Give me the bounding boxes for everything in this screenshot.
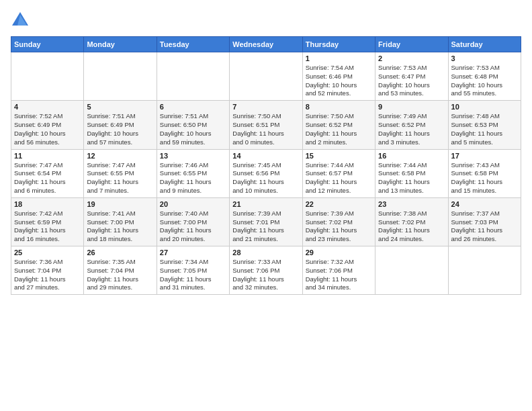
day-info: Sunrise: 7:51 AMSunset: 6:49 PMDaylight:…	[87, 112, 153, 146]
calendar-cell: 2Sunrise: 7:53 AMSunset: 6:47 PMDaylight…	[375, 52, 448, 101]
day-number: 1	[306, 54, 372, 62]
day-number: 6	[160, 103, 226, 111]
day-number: 15	[306, 152, 372, 160]
day-info: Sunrise: 7:34 AMSunset: 7:05 PMDaylight:…	[160, 258, 226, 292]
day-info: Sunrise: 7:36 AMSunset: 7:04 PMDaylight:…	[14, 258, 81, 292]
day-info: Sunrise: 7:41 AMSunset: 7:00 PMDaylight:…	[87, 210, 153, 244]
day-info: Sunrise: 7:46 AMSunset: 6:55 PMDaylight:…	[160, 161, 226, 195]
day-number: 25	[14, 248, 81, 257]
calendar-cell: 1Sunrise: 7:54 AMSunset: 6:46 PMDaylight…	[302, 52, 375, 101]
day-number: 3	[451, 54, 518, 62]
day-info: Sunrise: 7:53 AMSunset: 6:47 PMDaylight:…	[378, 64, 445, 98]
calendar-cell: 12Sunrise: 7:47 AMSunset: 6:55 PMDayligh…	[84, 149, 157, 197]
calendar-cell: 24Sunrise: 7:37 AMSunset: 7:03 PMDayligh…	[448, 197, 521, 246]
logo	[11, 11, 32, 30]
day-info: Sunrise: 7:50 AMSunset: 6:51 PMDaylight:…	[232, 112, 299, 146]
day-info: Sunrise: 7:44 AMSunset: 6:57 PMDaylight:…	[306, 161, 372, 195]
day-info: Sunrise: 7:44 AMSunset: 6:58 PMDaylight:…	[378, 161, 445, 195]
calendar-cell: 3Sunrise: 7:53 AMSunset: 6:48 PMDaylight…	[448, 52, 521, 101]
day-number: 8	[306, 103, 372, 111]
calendar-body: 1Sunrise: 7:54 AMSunset: 6:46 PMDaylight…	[11, 52, 521, 295]
day-info: Sunrise: 7:32 AMSunset: 7:06 PMDaylight:…	[306, 258, 372, 292]
calendar-cell: 8Sunrise: 7:50 AMSunset: 6:52 PMDaylight…	[302, 101, 375, 149]
day-info: Sunrise: 7:45 AMSunset: 6:56 PMDaylight:…	[232, 161, 299, 195]
day-info: Sunrise: 7:43 AMSunset: 6:58 PMDaylight:…	[451, 161, 518, 195]
week-row-2: 11Sunrise: 7:47 AMSunset: 6:54 PMDayligh…	[11, 149, 521, 197]
day-number: 21	[232, 200, 299, 208]
day-info: Sunrise: 7:49 AMSunset: 6:52 PMDaylight:…	[378, 112, 445, 146]
calendar-cell: 13Sunrise: 7:46 AMSunset: 6:55 PMDayligh…	[157, 149, 229, 197]
calendar-cell	[84, 52, 157, 101]
day-number: 11	[14, 152, 81, 160]
day-info: Sunrise: 7:42 AMSunset: 6:59 PMDaylight:…	[14, 210, 81, 244]
day-number: 10	[451, 103, 518, 111]
calendar-cell: 5Sunrise: 7:51 AMSunset: 6:49 PMDaylight…	[84, 101, 157, 149]
day-info: Sunrise: 7:39 AMSunset: 7:02 PMDaylight:…	[306, 210, 372, 244]
calendar-cell	[375, 246, 448, 295]
day-info: Sunrise: 7:50 AMSunset: 6:52 PMDaylight:…	[306, 112, 372, 146]
header-row: SundayMondayTuesdayWednesdayThursdayFrid…	[11, 37, 521, 52]
day-info: Sunrise: 7:35 AMSunset: 7:04 PMDaylight:…	[87, 258, 153, 292]
day-number: 13	[160, 152, 226, 160]
calendar-cell: 17Sunrise: 7:43 AMSunset: 6:58 PMDayligh…	[448, 149, 521, 197]
day-number: 29	[306, 248, 372, 257]
calendar-cell: 25Sunrise: 7:36 AMSunset: 7:04 PMDayligh…	[11, 246, 84, 295]
day-number: 24	[451, 200, 518, 208]
calendar-cell: 11Sunrise: 7:47 AMSunset: 6:54 PMDayligh…	[11, 149, 84, 197]
day-number: 7	[232, 103, 299, 111]
calendar-cell: 29Sunrise: 7:32 AMSunset: 7:06 PMDayligh…	[302, 246, 375, 295]
header	[11, 11, 521, 30]
calendar-cell: 19Sunrise: 7:41 AMSunset: 7:00 PMDayligh…	[84, 197, 157, 246]
day-info: Sunrise: 7:52 AMSunset: 6:49 PMDaylight:…	[14, 112, 81, 146]
calendar-cell: 9Sunrise: 7:49 AMSunset: 6:52 PMDaylight…	[375, 101, 448, 149]
calendar-header: SundayMondayTuesdayWednesdayThursdayFrid…	[11, 37, 521, 52]
calendar-cell: 14Sunrise: 7:45 AMSunset: 6:56 PMDayligh…	[230, 149, 302, 197]
header-day-friday: Friday	[375, 37, 448, 52]
week-row-1: 4Sunrise: 7:52 AMSunset: 6:49 PMDaylight…	[11, 101, 521, 149]
calendar-cell	[157, 52, 229, 101]
week-row-4: 25Sunrise: 7:36 AMSunset: 7:04 PMDayligh…	[11, 246, 521, 295]
calendar-cell: 6Sunrise: 7:51 AMSunset: 6:50 PMDaylight…	[157, 101, 229, 149]
calendar-cell: 16Sunrise: 7:44 AMSunset: 6:58 PMDayligh…	[375, 149, 448, 197]
calendar-cell	[11, 52, 84, 101]
day-number: 28	[232, 248, 299, 257]
calendar-cell: 23Sunrise: 7:38 AMSunset: 7:02 PMDayligh…	[375, 197, 448, 246]
day-number: 17	[451, 152, 518, 160]
calendar-cell	[230, 52, 302, 101]
day-info: Sunrise: 7:54 AMSunset: 6:46 PMDaylight:…	[306, 64, 372, 98]
header-day-monday: Monday	[84, 37, 157, 52]
day-info: Sunrise: 7:39 AMSunset: 7:01 PMDaylight:…	[232, 210, 299, 244]
day-number: 18	[14, 200, 81, 208]
day-info: Sunrise: 7:48 AMSunset: 6:53 PMDaylight:…	[451, 112, 518, 146]
calendar-cell: 18Sunrise: 7:42 AMSunset: 6:59 PMDayligh…	[11, 197, 84, 246]
calendar-cell: 28Sunrise: 7:33 AMSunset: 7:06 PMDayligh…	[230, 246, 302, 295]
day-number: 4	[14, 103, 81, 111]
day-number: 27	[160, 248, 226, 257]
day-info: Sunrise: 7:47 AMSunset: 6:55 PMDaylight:…	[87, 161, 153, 195]
calendar-cell: 21Sunrise: 7:39 AMSunset: 7:01 PMDayligh…	[230, 197, 302, 246]
day-number: 23	[378, 200, 445, 208]
header-day-thursday: Thursday	[302, 37, 375, 52]
header-day-wednesday: Wednesday	[230, 37, 302, 52]
day-number: 12	[87, 152, 153, 160]
calendar: SundayMondayTuesdayWednesdayThursdayFrid…	[11, 36, 521, 295]
day-info: Sunrise: 7:53 AMSunset: 6:48 PMDaylight:…	[451, 64, 518, 98]
calendar-cell: 20Sunrise: 7:40 AMSunset: 7:00 PMDayligh…	[157, 197, 229, 246]
header-day-saturday: Saturday	[448, 37, 521, 52]
day-number: 19	[87, 200, 153, 208]
day-info: Sunrise: 7:47 AMSunset: 6:54 PMDaylight:…	[14, 161, 81, 195]
day-number: 16	[378, 152, 445, 160]
day-number: 5	[87, 103, 153, 111]
week-row-3: 18Sunrise: 7:42 AMSunset: 6:59 PMDayligh…	[11, 197, 521, 246]
page: SundayMondayTuesdayWednesdayThursdayFrid…	[0, 0, 532, 411]
day-info: Sunrise: 7:37 AMSunset: 7:03 PMDaylight:…	[451, 210, 518, 244]
calendar-cell: 7Sunrise: 7:50 AMSunset: 6:51 PMDaylight…	[230, 101, 302, 149]
day-number: 2	[378, 54, 445, 62]
day-number: 14	[232, 152, 299, 160]
day-info: Sunrise: 7:40 AMSunset: 7:00 PMDaylight:…	[160, 210, 226, 244]
day-number: 26	[87, 248, 153, 257]
logo-icon	[11, 11, 30, 30]
calendar-cell: 4Sunrise: 7:52 AMSunset: 6:49 PMDaylight…	[11, 101, 84, 149]
day-number: 20	[160, 200, 226, 208]
day-number: 22	[306, 200, 372, 208]
